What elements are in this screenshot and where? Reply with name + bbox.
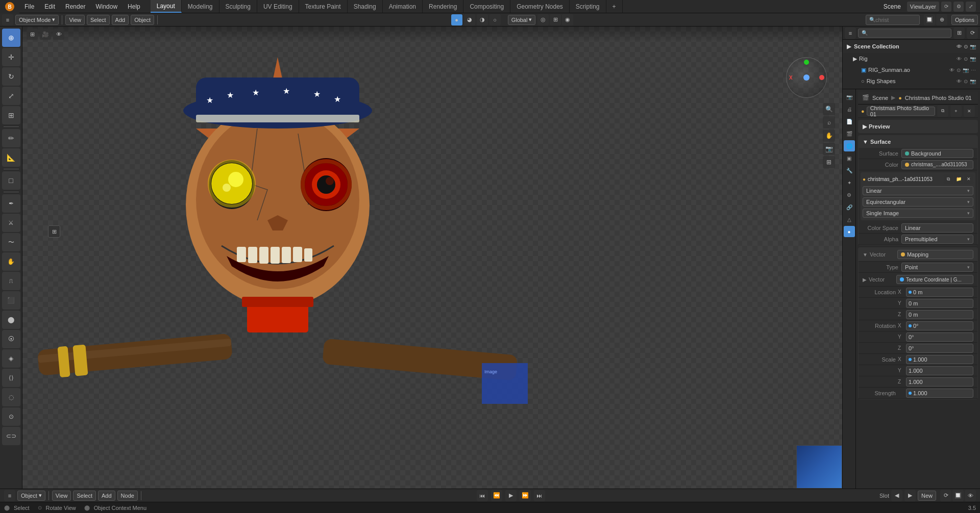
tab-rendering[interactable]: Rendering [423,0,463,13]
material-copy-btn[interactable]: ⧉ [937,106,948,117]
slot-next-btn[interactable]: ▶ [904,490,916,501]
tab-geometry-nodes[interactable]: Geometry Nodes [510,0,570,13]
zoom-in-btn[interactable]: 🔍 [823,103,835,115]
move-tool-btn[interactable]: ✛ [2,48,20,66]
timeline-start-btn[interactable]: ⏮ [477,490,488,501]
interpolation-dropdown[interactable]: Linear ▾ [863,186,973,195]
viewport-shading-rendered[interactable]: ◑ [477,14,488,25]
object-menu[interactable]: Object [131,15,154,25]
vector2-value[interactable]: Texture Coordinate | G... [896,275,973,284]
measure-tool-btn[interactable]: 📐 [2,148,20,167]
settings-icon[interactable]: ⚙ [953,2,964,12]
outliner-display-mode[interactable]: ≡ [845,28,856,39]
pan-btn[interactable]: ✋ [823,130,835,142]
node-folder-btn[interactable]: 📁 [954,174,963,184]
scrape-tool-btn[interactable]: ⬤ [2,311,20,329]
menu-edit[interactable]: Edit [39,0,60,13]
tab-layout[interactable]: Layout [151,0,182,13]
transform-tool-btn[interactable]: ⊞ [2,106,20,124]
projection-dropdown[interactable]: Equirectangular ▾ [863,197,973,207]
view-layer-btn[interactable]: ViewLayer [907,2,939,12]
bottom-select[interactable]: Select [73,491,96,501]
modifier-props-btn[interactable]: 🔧 [844,165,855,176]
scale-tool-btn[interactable]: ⤢ [2,87,20,105]
smooth-tool-btn[interactable]: 〜 [2,233,20,251]
annotate-tool-btn[interactable]: ✏ [2,129,20,147]
viewport-type-btn[interactable]: ⊞ [27,29,38,40]
knife-tool-btn[interactable]: ⚔ [2,214,20,232]
snake-hook-btn[interactable]: ⟨⟩ [2,369,20,387]
zoom-out-btn[interactable]: ⌕ [823,116,835,129]
collection-rig-sunman[interactable]: ▣ RIG_Sunman.ao 👁 ⊙ 📷 ⋯ [843,64,980,75]
material-new-btn[interactable]: + [950,106,962,117]
viewport-overlay-circles[interactable]: ● [451,14,462,25]
transform-selector[interactable]: Global ▾ [508,15,536,25]
pivot-point-btn[interactable]: ◎ [537,14,549,25]
loc-y-val[interactable]: 0 m [906,299,973,308]
bottom-view[interactable]: View [52,491,71,501]
tab-add-workspace[interactable]: + [606,0,623,13]
rotate-tool-btn[interactable]: ↻ [2,67,20,86]
flatten-tool-btn[interactable]: ⎍ [2,272,20,290]
scene-collection-header[interactable]: ▶ Scene Collection 👁 ⊙ 📷 [843,40,980,53]
grab-tool-btn[interactable]: ✋ [2,252,20,271]
overlay-bottom-btn[interactable]: 👁 [965,490,976,501]
add-menu[interactable]: Add [112,15,129,25]
options-btn[interactable]: Options [951,15,978,25]
tab-scripting[interactable]: Scripting [570,0,606,13]
menu-file[interactable]: File [19,0,39,13]
timeline-prev-btn[interactable]: ⏪ [491,490,502,501]
tab-texture-paint[interactable]: Texture Paint [299,0,348,13]
collection-eye-icon[interactable]: 👁 [957,44,962,49]
type-value[interactable]: Point ▾ [901,263,973,272]
fullscreen-icon[interactable]: ⤢ [966,2,976,12]
preview-header[interactable]: ▶ Preview [859,120,977,133]
cursor-tool-btn[interactable]: ⊕ [2,29,20,47]
particle-props-btn[interactable]: ✦ [844,177,855,188]
info-btn[interactable]: ⊞ [48,225,60,238]
viewport-menu-btn[interactable]: ≡ [2,14,13,25]
bottom-add[interactable]: Add [98,491,115,501]
proportional-btn[interactable]: ◉ [562,14,573,25]
outliner-search[interactable]: 🔍 [858,29,951,38]
mode-selector[interactable]: Object Mode ▾ [15,15,59,25]
source-dropdown[interactable]: Single Image ▾ [863,209,973,218]
vector-type-value[interactable]: Mapping [897,250,973,259]
viewport-camera-btn[interactable]: 🎥 [40,29,51,40]
collection-viewport-icon[interactable]: ⊙ [964,44,968,49]
outliner-sync-btn[interactable]: ⟳ [967,28,978,39]
sync-icon[interactable]: ⟳ [941,2,951,12]
scene-props-btn[interactable]: 🎬 [844,128,855,139]
collection-rig[interactable]: ▶ Rig 👁 ⊙ 📷 [843,53,980,64]
thumb-tool-btn[interactable]: ◌ [2,388,20,406]
timeline-end-btn[interactable]: ⏭ [534,490,545,501]
tab-compositing[interactable]: Compositing [463,0,510,13]
menu-window[interactable]: Window [90,0,122,13]
new-btn[interactable]: New [918,491,936,501]
alpha-value[interactable]: Premultiplied ▾ [901,235,973,244]
viewport-vis-btn[interactable]: 👁 [53,29,64,40]
sunman-eye[interactable]: 👁 [949,67,954,73]
shapes-viewport[interactable]: ⊙ [964,79,968,84]
shapes-eye[interactable]: 👁 [957,79,962,84]
sunman-viewport[interactable]: ⊙ [957,67,961,73]
timeline-play-btn[interactable]: ▶ [505,490,517,501]
snap-btn[interactable]: ⊞ [550,14,561,25]
scale-z-val[interactable]: 1.000 [906,377,973,387]
color-value[interactable]: christmas_....a0d311053 [901,160,973,169]
menu-render[interactable]: Render [60,0,90,13]
node-close-btn[interactable]: ✕ [964,174,973,184]
data-props-btn[interactable]: △ [844,214,855,225]
timeline-next-btn[interactable]: ⏩ [520,490,531,501]
rig-eye[interactable]: 👁 [957,56,962,62]
material-name-field[interactable]: Christmas Photo Studio 01 [867,107,935,116]
grid-toggle-btn[interactable]: ⊞ [823,156,835,168]
sunman-render[interactable]: 📷 [963,67,969,73]
viewport-shading-solid[interactable]: ◕ [464,14,475,25]
gizmo-toggle[interactable]: ⊕ [936,14,947,25]
rot-y-val[interactable]: 0° [906,332,973,342]
constraint-props-btn[interactable]: 🔗 [844,201,855,213]
loc-x-val[interactable]: 0 m [906,288,973,297]
outliner-filter-btn[interactable]: ⊞ [953,28,965,39]
bottom-node[interactable]: Node [117,491,138,501]
